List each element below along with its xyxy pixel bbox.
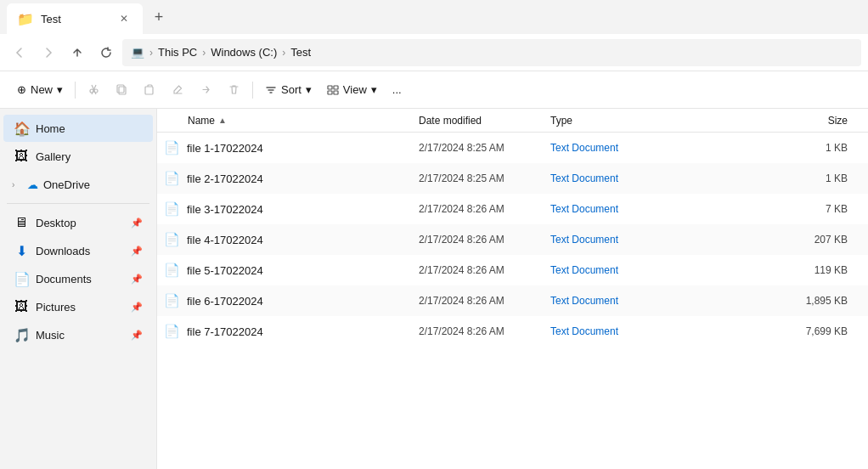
new-dropdown-arrow: ▾ (57, 83, 63, 96)
breadcrumb-windows-c[interactable]: Windows (C:) (211, 46, 277, 59)
sidebar-home-label: Home (36, 122, 143, 135)
table-row[interactable]: 📄 file 2-17022024 2/17/2024 8:25 AM Text… (157, 163, 868, 194)
file-date-cell: 2/17/2024 8:25 AM (419, 142, 550, 154)
new-button[interactable]: ⊕ New ▾ (10, 77, 70, 103)
tab-label: Test (41, 13, 109, 25)
computer-icon: 💻 (131, 46, 144, 59)
documents-icon: 📄 (14, 271, 29, 287)
file-name: file 2-17022024 (187, 172, 263, 185)
table-row[interactable]: 📄 file 7-17022024 2/17/2024 8:26 AM Text… (157, 316, 868, 347)
toolbar-sep-2 (252, 82, 253, 99)
file-type-cell: Text Document (550, 295, 669, 307)
sidebar-item-music[interactable]: 🎵 Music 📌 (3, 321, 153, 348)
paste-button[interactable] (137, 77, 163, 103)
file-type-cell: Text Document (550, 203, 669, 215)
sort-dropdown-arrow: ▾ (306, 83, 312, 96)
svg-rect-4 (334, 86, 338, 89)
table-row[interactable]: 📄 file 6-17022024 2/17/2024 8:26 AM Text… (157, 285, 868, 316)
file-size-cell: 119 KB (669, 264, 861, 276)
downloads-pin-icon: 📌 (131, 246, 143, 257)
breadcrumb: 💻 › This PC › Windows (C:) › Test (122, 39, 861, 66)
cut-button[interactable] (81, 77, 107, 103)
view-dropdown-arrow: ▾ (371, 83, 377, 96)
sidebar-documents-label: Documents (36, 273, 124, 285)
documents-pin-icon: 📌 (131, 274, 143, 285)
share-button[interactable] (193, 77, 219, 103)
view-label: View (343, 83, 367, 96)
desktop-icon: 🖥 (14, 215, 29, 230)
file-name: file 4-17022024 (187, 234, 263, 246)
sidebar-item-gallery[interactable]: 🖼 Gallery (3, 143, 153, 170)
sidebar-item-documents[interactable]: 📄 Documents 📌 (3, 265, 153, 292)
music-pin-icon: 📌 (131, 330, 143, 341)
sidebar-item-desktop[interactable]: 🖥 Desktop 📌 (3, 209, 153, 236)
delete-button[interactable] (221, 77, 247, 103)
back-button[interactable] (7, 40, 32, 65)
table-row[interactable]: 📄 file 5-17022024 2/17/2024 8:26 AM Text… (157, 255, 868, 285)
rename-button[interactable] (165, 77, 191, 103)
new-tab-button[interactable]: + (146, 4, 172, 30)
up-button[interactable] (65, 40, 90, 65)
more-button[interactable]: ... (386, 77, 409, 103)
pictures-icon: 🖼 (14, 299, 29, 314)
more-icon: ... (392, 83, 402, 96)
navigation-bar: 💻 › This PC › Windows (C:) › Test (0, 34, 868, 71)
file-name: file 5-17022024 (187, 264, 263, 277)
music-icon: 🎵 (14, 327, 29, 343)
new-icon: ⊕ (17, 83, 26, 96)
sidebar: 🏠 Home 🖼 Gallery › ☁ OneDrive 🖥 Desktop … (0, 109, 157, 469)
sidebar-onedrive-label: OneDrive (43, 178, 90, 191)
svg-rect-0 (119, 87, 126, 94)
file-doc-icon: 📄 (164, 201, 180, 217)
file-type-cell: Text Document (550, 172, 669, 184)
column-header-size[interactable]: Size (669, 115, 861, 127)
table-row[interactable]: 📄 file 3-17022024 2/17/2024 8:26 AM Text… (157, 194, 868, 224)
file-name-cell: 📄 file 4-17022024 (164, 232, 419, 247)
sidebar-divider (7, 203, 149, 204)
svg-rect-2 (145, 87, 153, 94)
sidebar-item-downloads[interactable]: ⬇ Downloads 📌 (3, 237, 153, 264)
file-type-cell: Text Document (550, 234, 669, 246)
sort-button[interactable]: Sort ▾ (258, 77, 318, 103)
tab-close-button[interactable]: ✕ (116, 10, 132, 27)
file-size-cell: 1 KB (669, 172, 861, 184)
column-header-name[interactable]: Name ▲ (164, 115, 419, 127)
breadcrumb-test[interactable]: Test (290, 46, 311, 59)
toolbar-sep-1 (75, 82, 76, 99)
sidebar-item-onedrive[interactable]: › ☁ OneDrive (3, 171, 153, 198)
column-header-date[interactable]: Date modified (419, 115, 550, 127)
file-name-cell: 📄 file 6-17022024 (164, 293, 419, 308)
sidebar-downloads-label: Downloads (36, 245, 124, 257)
file-size-cell: 7 KB (669, 203, 861, 215)
sidebar-gallery-label: Gallery (36, 150, 143, 163)
file-rows-container: 📄 file 1-17022024 2/17/2024 8:25 AM Text… (157, 133, 868, 347)
file-size-cell: 207 KB (669, 234, 861, 246)
title-bar: 📁 Test ✕ + (0, 0, 868, 34)
home-icon: 🏠 (14, 121, 29, 137)
file-type-cell: Text Document (550, 325, 669, 337)
sidebar-desktop-label: Desktop (36, 217, 124, 229)
table-row[interactable]: 📄 file 4-17022024 2/17/2024 8:26 AM Text… (157, 224, 868, 255)
sidebar-music-label: Music (36, 329, 124, 342)
sidebar-item-pictures[interactable]: 🖼 Pictures 📌 (3, 293, 153, 320)
file-size-cell: 1 KB (669, 142, 861, 154)
refresh-button[interactable] (93, 40, 119, 65)
file-name-cell: 📄 file 1-17022024 (164, 140, 419, 155)
file-doc-icon: 📄 (164, 140, 180, 155)
svg-rect-1 (117, 85, 124, 93)
copy-button[interactable] (109, 77, 135, 103)
active-tab[interactable]: 📁 Test ✕ (7, 3, 143, 34)
forward-button[interactable] (36, 40, 61, 65)
onedrive-expand-arrow: › (12, 180, 22, 189)
file-list-header: Name ▲ Date modified Type Size (157, 109, 868, 133)
table-row[interactable]: 📄 file 1-17022024 2/17/2024 8:25 AM Text… (157, 133, 868, 163)
sidebar-item-home[interactable]: 🏠 Home (3, 115, 153, 142)
file-type-cell: Text Document (550, 264, 669, 276)
new-label: New (31, 83, 53, 96)
view-button[interactable]: View ▾ (320, 77, 384, 103)
breadcrumb-this-pc[interactable]: This PC (158, 46, 197, 59)
file-name: file 1-17022024 (187, 142, 263, 155)
desktop-pin-icon: 📌 (131, 218, 143, 229)
svg-rect-6 (334, 91, 338, 94)
column-header-type[interactable]: Type (550, 115, 669, 127)
